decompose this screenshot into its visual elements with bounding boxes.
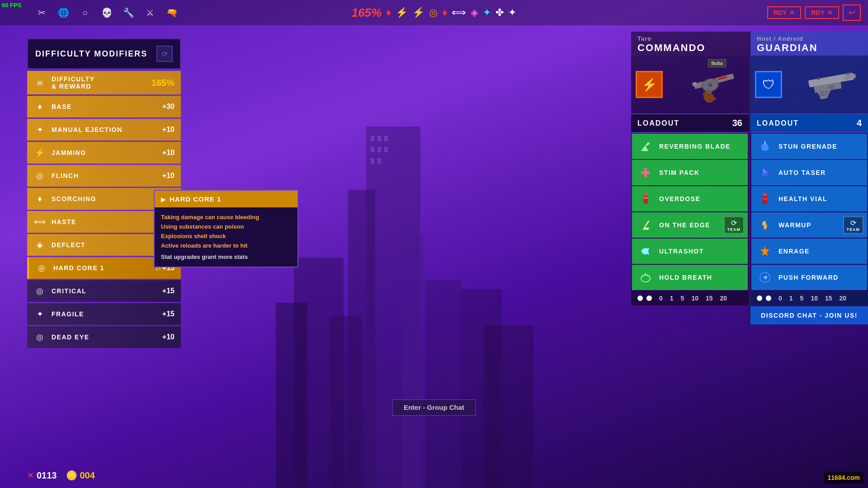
player1-loadout-label: LOADOUT bbox=[637, 119, 679, 127]
modifier-flinch[interactable]: ◎ FLINCH +10 bbox=[27, 165, 181, 187]
back-button[interactable]: ↩ bbox=[843, 5, 861, 21]
player1-item-stim-pack[interactable]: STIM PACK bbox=[632, 160, 748, 185]
gem-9: ✤ bbox=[495, 7, 504, 19]
icon-globe: 🌐 bbox=[56, 5, 71, 20]
player1-item-name-1: REVERBING BLADE bbox=[659, 143, 731, 150]
top-icons-group: ✂ 🌐 ○ 💀 🔧 ⚔ 🔫 bbox=[34, 5, 179, 20]
stim-pack-icon bbox=[637, 164, 654, 181]
panel-title: DIFFICULTY MODIFIERS bbox=[35, 49, 147, 59]
modifier-fragile[interactable]: ✦ FRAGILE +15 bbox=[27, 303, 181, 325]
modifier-icon-base: ♦ bbox=[33, 100, 46, 113]
team-label-2: TEAM bbox=[847, 227, 860, 232]
player1-xp-15: 15 bbox=[706, 295, 713, 302]
enrage-icon bbox=[757, 243, 773, 259]
modifier-name-haste: HASTE bbox=[52, 218, 162, 225]
top-center-hud: 165% ♦ ⚡ ⚡ ◎ ♦ ⟺ ◈ ✦ ✤ ✦ bbox=[352, 6, 517, 20]
svg-rect-9 bbox=[371, 136, 374, 141]
bottom-hud: ✕ 0113 🪙 004 bbox=[27, 470, 95, 481]
modifier-difficulty-reward[interactable]: ☠ DIFFICULTY& REWARD 165% bbox=[27, 71, 181, 94]
player1-item-hold-breath[interactable]: HOLD BREATH bbox=[632, 265, 748, 290]
modifier-icon-manual: ✦ bbox=[33, 123, 46, 136]
tooltip-arrow: ▶ bbox=[161, 196, 166, 203]
watermark: 11684.com bbox=[824, 472, 863, 483]
player2-panel: Host / Android GUARDIAN 🛡 bbox=[750, 32, 868, 324]
player2-xp-15: 15 bbox=[825, 295, 832, 302]
hold-breath-icon bbox=[637, 269, 654, 286]
modifier-icon-difficulty: ☠ bbox=[33, 76, 46, 89]
player1-class: COMMANDO bbox=[637, 42, 742, 54]
player2-item-enrage[interactable]: ENRAGE bbox=[751, 239, 867, 264]
player1-item-reverbing-blade[interactable]: REVERBING BLADE bbox=[632, 134, 748, 159]
player1-loadout-items: REVERBING BLADE STIM PACK OVERDOSE ON TH… bbox=[631, 133, 749, 291]
icon-skull: 💀 bbox=[99, 5, 114, 20]
modifier-name-flinch: FLINCH bbox=[52, 172, 162, 179]
svg-rect-26 bbox=[643, 197, 648, 199]
player2-item-stun-grenade[interactable]: STUN GRENADE bbox=[751, 134, 867, 159]
icon-scissors: ✂ bbox=[34, 5, 49, 20]
tooltip-header: ▶ HARD CORE 1 bbox=[155, 191, 297, 207]
modifier-value-jamming: +10 bbox=[162, 149, 175, 157]
ultrashot-icon bbox=[637, 243, 654, 259]
player1-xp-5: 5 bbox=[681, 295, 684, 302]
modifier-value-difficulty: 165% bbox=[151, 78, 175, 88]
player1-item-name-5: ULTRASHOT bbox=[659, 248, 704, 255]
modifier-value-flinch: +10 bbox=[162, 172, 175, 180]
svg-rect-16 bbox=[377, 158, 381, 164]
discord-button-label: DISCORD CHAT - JOIN US! bbox=[761, 312, 858, 319]
player2-xp-20: 20 bbox=[840, 295, 847, 302]
player1-weapon bbox=[667, 66, 744, 103]
modifier-jamming[interactable]: ⚡ JAMMING +10 bbox=[27, 142, 181, 164]
player2-item-auto-taser[interactable]: AUTO TASER bbox=[751, 160, 867, 185]
player1-header: Taro COMMANDO bbox=[631, 32, 749, 56]
enter-group-chat[interactable]: Enter - Group Chat bbox=[392, 399, 476, 416]
player1-item-overdose[interactable]: OVERDOSE bbox=[632, 186, 748, 211]
player1-item-on-the-edge[interactable]: ON THE EDGE ⟳ TEAM bbox=[632, 212, 748, 238]
modifier-value-fragile: +15 bbox=[162, 310, 175, 318]
player2-item-warmup[interactable]: WARMUP ⟳ TEAM bbox=[751, 212, 867, 238]
modifier-name-deadeye: DEAD EYE bbox=[52, 333, 162, 341]
currency-display: 🪙 004 bbox=[66, 470, 95, 481]
player2-item-name-5: ENRAGE bbox=[778, 248, 810, 255]
player1-item-ultrashot[interactable]: ULTRASHOT bbox=[632, 239, 748, 264]
pistol-svg bbox=[800, 66, 863, 103]
tooltip-title: HARD CORE 1 bbox=[170, 195, 221, 203]
modifier-icon-hc1: ◎ bbox=[35, 262, 48, 274]
svg-point-27 bbox=[641, 275, 650, 282]
rdy-button-1[interactable]: RDY ✕ bbox=[767, 6, 802, 19]
player2-xp-dot-1 bbox=[757, 296, 762, 301]
tooltip-body: Taking damage can cause bleeding Using s… bbox=[155, 207, 297, 267]
modifier-base[interactable]: ♦ BASE +30 bbox=[27, 96, 181, 117]
modifier-icon-critical: ◎ bbox=[33, 285, 46, 297]
tooltip-line-2: Using substances can poison bbox=[161, 223, 291, 230]
modifier-critical[interactable]: ◎ CRITICAL +15 bbox=[27, 280, 181, 302]
player1-item-name-4: ON THE EDGE bbox=[659, 221, 710, 229]
hardcore1-tooltip: ▶ HARD CORE 1 Taking damage can cause bl… bbox=[154, 190, 298, 267]
player1-xp-bar: 0 1 5 10 15 20 bbox=[631, 291, 749, 305]
icon-tools: 🔧 bbox=[121, 5, 136, 20]
player2-item-name-1: STUN GRENADE bbox=[778, 143, 837, 150]
on-the-edge-icon bbox=[637, 217, 654, 233]
player1-xp-numbers: 0 1 5 10 15 20 bbox=[659, 295, 727, 302]
gem-10: ✦ bbox=[508, 7, 516, 19]
gem-1: ♦ bbox=[386, 7, 391, 19]
modifier-manual-ejection[interactable]: ✦ MANUAL EJECTION +10 bbox=[27, 119, 181, 141]
player2-xp-numbers: 0 1 5 10 15 20 bbox=[778, 295, 846, 302]
player1-team-badge-1: ⟳ TEAM bbox=[724, 216, 745, 234]
push-forward-icon bbox=[757, 269, 773, 286]
close-icon-2: ✕ bbox=[827, 9, 833, 16]
svg-rect-36 bbox=[764, 142, 766, 145]
player2-card: 🛡 bbox=[750, 56, 868, 114]
tooltip-stat-line: Stat upgrades grant more stats bbox=[161, 253, 291, 260]
player2-item-push-forward[interactable]: PUSH FORWARD bbox=[751, 265, 867, 290]
modifier-value-deadeye: +10 bbox=[162, 333, 175, 341]
gem-2: ⚡ bbox=[396, 7, 408, 19]
discord-button[interactable]: DISCORD CHAT - JOIN US! bbox=[750, 306, 868, 324]
modifier-deadeye[interactable]: ◎ DEAD EYE +10 bbox=[27, 326, 181, 348]
player2-item-name-3: HEALTH VIAL bbox=[778, 195, 827, 202]
player1-level-badge: fkdia bbox=[708, 59, 726, 67]
currency-count: 004 bbox=[80, 470, 95, 481]
panel-refresh-button[interactable]: ⟳ bbox=[156, 46, 173, 62]
player2-item-health-vial[interactable]: HEALTH VIAL bbox=[751, 186, 867, 211]
rdy-button-2[interactable]: RDY ✕ bbox=[805, 6, 839, 19]
player1-item-name-6: HOLD BREATH bbox=[659, 274, 712, 281]
